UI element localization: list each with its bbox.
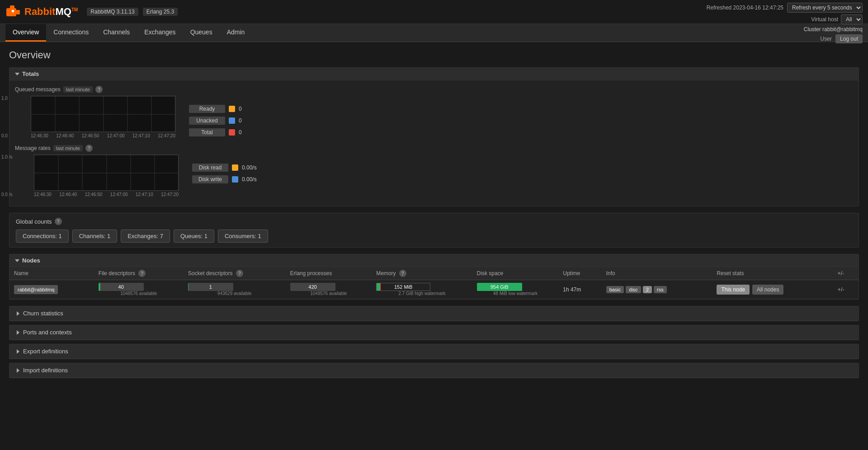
logout-button[interactable]: Log out [835,34,863,43]
export-definitions-header[interactable]: Export definitions [9,344,859,359]
erlang-proc-bar: 420 [290,283,335,291]
global-counts-section: Global counts ? Connections: 1 Channels:… [9,213,859,248]
disk-bar: 954 GiB [477,283,522,291]
message-rates-chart-row: 1.0 /s 0.0 /s [15,155,853,197]
churn-statistics-header[interactable]: Churn statistics [9,306,859,321]
legend-total-color [229,129,235,136]
totals-collapse-icon [15,73,19,75]
legend-ready: Ready 0 [189,105,242,113]
queued-messages-chart-wrap: 1.0 0.0 [15,96,175,138]
totals-section-header[interactable]: Totals [9,68,859,80]
info-tag-basic[interactable]: basic [606,286,624,293]
file-desc-bar-fill [99,283,100,291]
memory-cell: 152 MiB 2.7 GiB high watermark [372,280,472,299]
rates-legend: Disk read 0.00/s Disk write 0.00/s [192,155,257,183]
queued-messages-legend: Ready 0 Unacked 0 Total 0 [189,96,242,136]
import-definitions-header[interactable]: Import definitions [9,363,859,378]
global-counts-help-icon[interactable]: ? [55,218,62,225]
queued-messages-help-icon[interactable]: ? [95,86,103,93]
disk-sub: 48 MiB low watermark [477,291,554,296]
file-desc-value: 40 [118,284,124,290]
col-socket-desc: Socket descriptors ? [184,267,286,280]
import-definitions-section: Import definitions [9,363,859,378]
plus-minus-icon[interactable]: +/- [837,286,844,293]
nav-connections[interactable]: Connections [46,24,96,42]
legend-disk-write-value: 0.00/s [242,176,257,183]
legend-disk-write: Disk write 0.00/s [192,175,257,183]
vhost-select[interactable]: All [841,14,863,24]
info-tag-disc[interactable]: disc [626,286,641,293]
chart-y-labels: 1.0 0.0 [1,96,8,138]
col-name: Name [9,267,94,280]
col-info: Info [602,267,712,280]
page-title: Overview [9,49,859,61]
queued-messages-label-row: Queued messages last minute ? [15,86,853,93]
reset-this-node-button[interactable]: This node [717,285,750,295]
socket-desc-help-icon[interactable]: ? [236,270,243,277]
memory-value: 152 MiB [394,284,412,290]
legend-disk-write-button[interactable]: Disk write [192,175,228,183]
connections-count-button[interactable]: Connections: 1 [16,230,69,243]
consumers-count-button[interactable]: Consumers: 1 [218,230,268,243]
import-definitions-label: Import definitions [23,367,68,374]
socket-descriptors-cell: 1 943629 available [184,280,286,299]
version-info: RabbitMQ 3.11.13 Erlang 25.3 [87,8,178,16]
queued-messages-label: Queued messages [15,86,61,93]
col-uptime: Uptime [558,267,601,280]
queued-messages-svg [31,96,176,132]
queues-count-button[interactable]: Queues: 1 [174,230,214,243]
nav-exchanges[interactable]: Exchanges [137,24,183,42]
ports-and-contexts-header[interactable]: Ports and contexts [9,325,859,340]
table-row: rabbit@rabbitmq 40 1048576 available [9,280,859,299]
legend-ready-value: 0 [239,106,242,112]
info-tag-rss[interactable]: rss [654,286,667,293]
message-rates-label: Message rates [15,145,51,151]
nav-channels[interactable]: Channels [96,24,137,42]
rates-chart-x-labels: 12:46:30 12:46:40 12:46:50 12:47:00 12:4… [34,192,179,197]
global-counts-buttons: Connections: 1 Channels: 1 Exchanges: 7 … [16,230,852,243]
refresh-select[interactable]: Refresh every 5 seconds [787,3,863,13]
nodes-section-title: Nodes [22,257,40,264]
file-desc-bar: 40 [99,283,144,291]
cluster-value: rabbit@rabbitmq [822,26,863,33]
file-desc-help-icon[interactable]: ? [138,270,146,277]
nodes-section-header[interactable]: Nodes [9,254,859,267]
memory-bar-wrap: 152 MiB [376,283,430,291]
info-tag-2[interactable]: 2 [643,286,652,293]
rabbitmq-logo-icon [5,4,22,20]
col-memory: Memory ? [372,267,472,280]
nav-admin[interactable]: Admin [220,24,252,42]
legend-unacked-button[interactable]: Unacked [189,117,225,125]
reset-buttons: This node All nodes [717,285,828,295]
message-rates-help-icon[interactable]: ? [85,145,93,152]
reset-all-nodes-button[interactable]: All nodes [752,285,783,295]
socket-desc-bar: 1 [188,283,233,291]
vhost-row: Virtual host All [811,14,863,24]
svg-rect-2 [12,10,14,12]
message-rates-chart-wrap: 1.0 /s 0.0 /s [15,155,179,197]
plus-minus-cell[interactable]: +/- [833,280,859,299]
memory-sub: 2.7 GiB high watermark [376,291,467,296]
cluster-row: Cluster rabbit@rabbitmq [804,26,863,33]
nodes-section: Nodes Name File descriptors ? Socket des… [9,254,859,300]
legend-total-button[interactable]: Total [189,128,225,136]
channels-count-button[interactable]: Channels: 1 [72,230,117,243]
message-rates-label-row: Message rates last minute ? [15,145,853,152]
rabbitmq-version: RabbitMQ 3.11.13 [87,8,138,16]
global-counts-label: Global counts [16,218,52,225]
message-rates-svg [34,155,179,191]
legend-unacked-value: 0 [239,117,242,124]
nav-overview[interactable]: Overview [5,24,46,42]
nav-queues[interactable]: Queues [183,24,220,42]
logo-mq: MQ [55,6,71,17]
legend-ready-button[interactable]: Ready [189,105,225,113]
disk-space-value: 954 GiB [491,284,509,290]
memory-help-icon[interactable]: ? [399,270,406,277]
export-collapse-icon [17,349,19,354]
legend-disk-read-color [232,164,238,171]
export-definitions-label: Export definitions [23,348,68,355]
socket-desc-available: 943629 available [188,291,281,296]
legend-disk-read-button[interactable]: Disk read [192,164,228,172]
col-reset-stats: Reset stats [712,267,833,280]
exchanges-count-button[interactable]: Exchanges: 7 [121,230,170,243]
